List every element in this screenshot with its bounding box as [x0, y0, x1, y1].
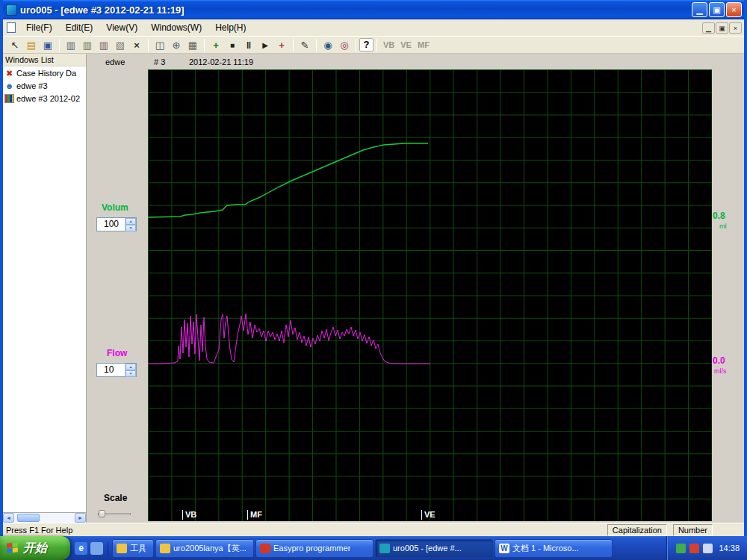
taskbar-task-2[interactable]: Easypro programmer: [255, 539, 374, 558]
app-window: uro005 - [edwe #3 2012-02-21 11:19] ▁ ▣ …: [0, 0, 747, 536]
toolbar-separator: [356, 39, 356, 52]
record-icon[interactable]: ◎: [336, 37, 353, 52]
document-icon[interactable]: [7, 22, 16, 33]
pen-icon[interactable]: ✎: [297, 37, 313, 52]
menu-view[interactable]: View(V): [99, 21, 144, 34]
layout-icon[interactable]: ◫: [152, 37, 168, 52]
scale-label: Scale: [104, 493, 127, 503]
show-desktop-icon[interactable]: [90, 542, 103, 555]
volume-unit: ml: [719, 223, 727, 230]
volume-scale-spinner[interactable]: 100 ▲ ▼: [96, 217, 137, 231]
restore-button[interactable]: ▣: [709, 2, 725, 17]
taskbar-task-1[interactable]: uro2005lanya【英...: [155, 539, 254, 558]
crosshair-icon[interactable]: +: [273, 37, 290, 52]
ve-button[interactable]: VE: [397, 40, 415, 49]
app-icon: [6, 4, 17, 16]
scrollbar-thumb[interactable]: [17, 514, 40, 522]
spin-up-icon[interactable]: ▲: [125, 364, 136, 370]
scroll-left-icon[interactable]: ◄: [3, 513, 14, 523]
copy-icon[interactable]: ▥: [63, 37, 79, 52]
antivirus-tray-icon[interactable]: [676, 544, 686, 553]
spin-up-icon[interactable]: ▲: [125, 218, 136, 225]
scroll-right-icon[interactable]: ►: [75, 513, 86, 523]
menu-windows[interactable]: Windows(W): [144, 21, 208, 34]
clock[interactable]: 14:38: [716, 544, 740, 553]
duplicate-icon[interactable]: ▥: [96, 37, 112, 52]
mdi-close-button[interactable]: ×: [729, 22, 742, 34]
close-button[interactable]: ×: [726, 2, 742, 17]
volume-scale-input[interactable]: 100: [97, 218, 125, 231]
pointer-icon[interactable]: ↖: [7, 37, 23, 52]
flow-scale-spinner[interactable]: 10 ▲ ▼: [96, 363, 137, 377]
sidebar-item-label: edwe #3: [16, 81, 48, 90]
toolbar-separator: [59, 39, 60, 52]
sidebar-item-1[interactable]: ☻edwe #3: [3, 79, 86, 92]
erase-icon[interactable]: ▧: [112, 37, 128, 52]
tools-folder-icon: [117, 544, 127, 553]
toolbar-separator: [204, 39, 205, 52]
volume-label: Volum: [102, 202, 128, 213]
save-icon[interactable]: ▣: [40, 37, 56, 52]
patient-icon: ☻: [4, 81, 14, 90]
stop-icon[interactable]: ■: [224, 37, 241, 52]
task-label: 文档 1 - Microso...: [512, 543, 579, 554]
sidebar-item-0[interactable]: ✖Case History Da: [3, 66, 86, 79]
volume-readout: 0.8: [713, 211, 725, 221]
toolbar-separator: [148, 39, 149, 52]
easypro-tray-icon[interactable]: [689, 544, 699, 553]
menu-edit[interactable]: Edit(E): [59, 21, 100, 34]
toolbar-separator: [316, 39, 317, 52]
mdi-restore-button[interactable]: ▣: [716, 22, 728, 34]
menu-file[interactable]: File(F): [19, 21, 59, 34]
spin-down-icon[interactable]: ▼: [125, 225, 136, 231]
quick-launch: e: [70, 542, 108, 555]
spin-down-icon[interactable]: ▼: [125, 370, 136, 377]
volume-tray-icon[interactable]: [703, 544, 713, 553]
minimize-button[interactable]: ▁: [692, 2, 707, 17]
flow-readout: 0.0: [713, 355, 725, 366]
menu-help[interactable]: Help(H): [208, 21, 252, 34]
toolbar-separator: [376, 39, 377, 52]
title-bar[interactable]: uro005 - [edwe #3 2012-02-21 11:19] ▁ ▣ …: [3, 0, 744, 19]
scale-slider[interactable]: [98, 510, 131, 517]
flow-scale-input[interactable]: 10: [97, 364, 125, 376]
vb-button[interactable]: VB: [380, 40, 397, 49]
trace-volume: [148, 143, 428, 217]
sidebar-item-label: Case History Da: [16, 69, 76, 78]
ie-icon[interactable]: e: [75, 542, 87, 555]
windows-flag-icon: [7, 542, 19, 555]
chart-canvas[interactable]: VBMFVE: [148, 69, 712, 521]
marker-vb[interactable]: VB: [182, 510, 196, 520]
start-button[interactable]: 开始: [0, 536, 70, 560]
sidebar-item-label: edwe #3 2012-02: [16, 94, 80, 103]
sidebar-scrollbar[interactable]: ◄ ►: [3, 512, 86, 523]
window-title: uro005 - [edwe #3 2012-02-21 11:19]: [20, 4, 692, 16]
marker-ve[interactable]: VE: [421, 510, 436, 520]
status-pane-1: Number: [673, 524, 713, 536]
status-bar: Press F1 For Help CapitalizationNumber: [3, 523, 744, 536]
marker-mf[interactable]: MF: [247, 510, 262, 520]
toolbar-separator: [293, 39, 294, 52]
case-history-icon: ✖: [4, 69, 14, 78]
sidebar-item-2[interactable]: edwe #3 2012-02: [3, 92, 86, 105]
pause-icon[interactable]: ‖: [241, 37, 257, 52]
add-icon[interactable]: +: [208, 37, 224, 52]
print-preview-icon[interactable]: ▦: [185, 37, 201, 52]
target-icon[interactable]: ◉: [320, 37, 336, 52]
taskbar-task-3[interactable]: uro005 - [edwe #...: [375, 539, 493, 558]
slider-thumb[interactable]: [99, 510, 105, 517]
taskbar-task-4[interactable]: W文档 1 - Microso...: [495, 539, 613, 558]
zoom-document-icon[interactable]: ⊕: [168, 37, 185, 52]
play-icon[interactable]: ▶: [257, 37, 273, 52]
system-tray: 14:38: [666, 536, 747, 560]
mf-button[interactable]: MF: [415, 40, 433, 49]
delete-icon[interactable]: ×: [128, 37, 145, 52]
pages-icon[interactable]: ▥: [79, 37, 96, 52]
help-icon[interactable]: ?: [359, 38, 374, 52]
open-folder-icon[interactable]: ▤: [23, 37, 40, 52]
taskbar-task-0[interactable]: 工具: [112, 539, 154, 558]
trace-flow: [148, 314, 430, 364]
flow-label: Flow: [107, 348, 127, 358]
mdi-minimize-button[interactable]: ▁: [702, 22, 715, 34]
chart-panel: edwe # 3 2012-02-21 11:19 Volum 100 ▲ ▼ …: [87, 54, 744, 523]
